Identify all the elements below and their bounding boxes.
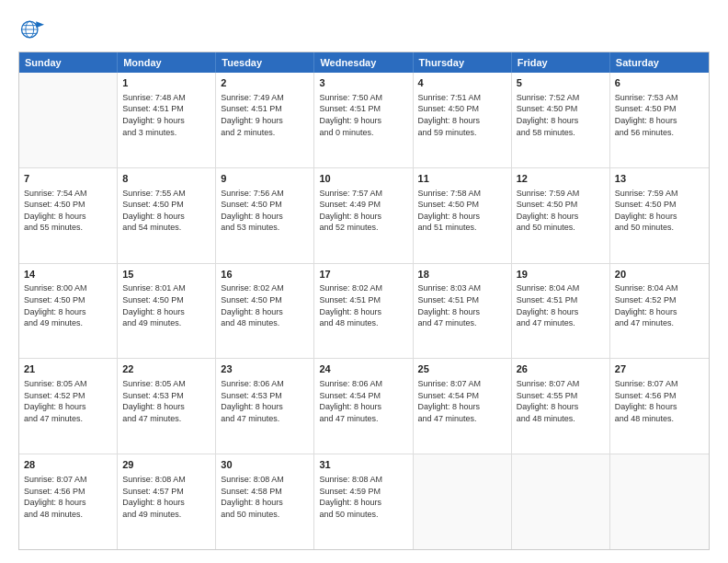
calendar-cell: 21Sunrise: 8:05 AM Sunset: 4:52 PM Dayli… bbox=[19, 359, 118, 454]
calendar-cell: 10Sunrise: 7:57 AM Sunset: 4:49 PM Dayli… bbox=[314, 168, 413, 263]
calendar-cell: 31Sunrise: 8:08 AM Sunset: 4:59 PM Dayli… bbox=[314, 454, 413, 549]
calendar-cell: 9Sunrise: 7:56 AM Sunset: 4:50 PM Daylig… bbox=[216, 168, 314, 263]
header-day-wednesday: Wednesday bbox=[314, 52, 413, 73]
cell-info: Sunrise: 7:55 AM Sunset: 4:50 PM Dayligh… bbox=[122, 188, 210, 234]
day-number: 12 bbox=[517, 172, 605, 186]
calendar-cell: 24Sunrise: 8:06 AM Sunset: 4:54 PM Dayli… bbox=[314, 359, 413, 454]
logo bbox=[18, 17, 48, 42]
week-row-3: 14Sunrise: 8:00 AM Sunset: 4:50 PM Dayli… bbox=[19, 263, 709, 359]
logo-icon bbox=[18, 17, 44, 42]
day-number: 17 bbox=[319, 268, 407, 282]
cell-info: Sunrise: 8:02 AM Sunset: 4:51 PM Dayligh… bbox=[319, 282, 407, 328]
calendar-body: 1Sunrise: 7:48 AM Sunset: 4:51 PM Daylig… bbox=[19, 73, 709, 549]
calendar-cell: 29Sunrise: 8:08 AM Sunset: 4:57 PM Dayli… bbox=[118, 454, 216, 549]
cell-info: Sunrise: 7:53 AM Sunset: 4:50 PM Dayligh… bbox=[615, 92, 704, 138]
cell-info: Sunrise: 8:06 AM Sunset: 4:54 PM Dayligh… bbox=[319, 378, 407, 424]
day-number: 19 bbox=[517, 268, 605, 282]
day-number: 13 bbox=[615, 172, 704, 186]
day-number: 1 bbox=[122, 76, 210, 90]
cell-info: Sunrise: 8:08 AM Sunset: 4:57 PM Dayligh… bbox=[122, 474, 210, 520]
day-number: 26 bbox=[517, 362, 605, 376]
day-number: 30 bbox=[221, 458, 309, 472]
calendar-cell: 27Sunrise: 8:07 AM Sunset: 4:56 PM Dayli… bbox=[610, 359, 709, 454]
day-number: 4 bbox=[418, 76, 506, 90]
calendar-cell: 3Sunrise: 7:50 AM Sunset: 4:51 PM Daylig… bbox=[314, 73, 413, 167]
cell-info: Sunrise: 7:50 AM Sunset: 4:51 PM Dayligh… bbox=[319, 92, 407, 138]
day-number: 16 bbox=[221, 268, 309, 282]
cell-info: Sunrise: 7:56 AM Sunset: 4:50 PM Dayligh… bbox=[221, 188, 309, 234]
calendar-cell: 13Sunrise: 7:59 AM Sunset: 4:50 PM Dayli… bbox=[610, 168, 709, 263]
cell-info: Sunrise: 8:01 AM Sunset: 4:50 PM Dayligh… bbox=[122, 282, 210, 328]
day-number: 10 bbox=[319, 172, 407, 186]
calendar-cell: 18Sunrise: 8:03 AM Sunset: 4:51 PM Dayli… bbox=[414, 264, 512, 359]
cell-info: Sunrise: 7:59 AM Sunset: 4:50 PM Dayligh… bbox=[517, 188, 605, 234]
day-number: 8 bbox=[122, 172, 210, 186]
cell-info: Sunrise: 7:49 AM Sunset: 4:51 PM Dayligh… bbox=[221, 92, 309, 138]
cell-info: Sunrise: 8:08 AM Sunset: 4:59 PM Dayligh… bbox=[319, 474, 407, 520]
calendar-cell: 20Sunrise: 8:04 AM Sunset: 4:52 PM Dayli… bbox=[610, 264, 709, 359]
calendar-cell: 15Sunrise: 8:01 AM Sunset: 4:50 PM Dayli… bbox=[118, 264, 216, 359]
cell-info: Sunrise: 8:07 AM Sunset: 4:55 PM Dayligh… bbox=[517, 378, 605, 424]
calendar-cell: 2Sunrise: 7:49 AM Sunset: 4:51 PM Daylig… bbox=[216, 73, 314, 167]
day-number: 6 bbox=[615, 76, 704, 90]
header-day-sunday: Sunday bbox=[19, 52, 118, 73]
calendar-cell: 17Sunrise: 8:02 AM Sunset: 4:51 PM Dayli… bbox=[314, 264, 413, 359]
calendar-cell: 14Sunrise: 8:00 AM Sunset: 4:50 PM Dayli… bbox=[19, 264, 118, 359]
day-number: 25 bbox=[418, 362, 506, 376]
header-day-saturday: Saturday bbox=[610, 52, 709, 73]
cell-info: Sunrise: 8:07 AM Sunset: 4:56 PM Dayligh… bbox=[24, 474, 112, 520]
calendar-cell: 26Sunrise: 8:07 AM Sunset: 4:55 PM Dayli… bbox=[512, 359, 610, 454]
cell-info: Sunrise: 8:03 AM Sunset: 4:51 PM Dayligh… bbox=[418, 282, 506, 328]
calendar-cell bbox=[610, 454, 709, 549]
day-number: 11 bbox=[418, 172, 506, 186]
day-number: 24 bbox=[319, 362, 407, 376]
day-number: 3 bbox=[319, 76, 407, 90]
day-number: 14 bbox=[24, 268, 112, 282]
cell-info: Sunrise: 8:07 AM Sunset: 4:56 PM Dayligh… bbox=[615, 378, 704, 424]
header bbox=[18, 17, 710, 42]
header-day-thursday: Thursday bbox=[414, 52, 512, 73]
calendar-cell: 22Sunrise: 8:05 AM Sunset: 4:53 PM Dayli… bbox=[118, 359, 216, 454]
day-number: 28 bbox=[24, 458, 112, 472]
cell-info: Sunrise: 8:05 AM Sunset: 4:53 PM Dayligh… bbox=[122, 378, 210, 424]
day-number: 2 bbox=[221, 76, 309, 90]
calendar-header: SundayMondayTuesdayWednesdayThursdayFrid… bbox=[19, 52, 709, 73]
page: SundayMondayTuesdayWednesdayThursdayFrid… bbox=[0, 0, 728, 563]
calendar-cell: 6Sunrise: 7:53 AM Sunset: 4:50 PM Daylig… bbox=[610, 73, 709, 167]
calendar-cell bbox=[19, 73, 118, 167]
cell-info: Sunrise: 8:08 AM Sunset: 4:58 PM Dayligh… bbox=[221, 474, 309, 520]
day-number: 20 bbox=[615, 268, 704, 282]
calendar-cell: 1Sunrise: 7:48 AM Sunset: 4:51 PM Daylig… bbox=[118, 73, 216, 167]
header-day-monday: Monday bbox=[118, 52, 216, 73]
day-number: 31 bbox=[319, 458, 407, 472]
cell-info: Sunrise: 8:04 AM Sunset: 4:52 PM Dayligh… bbox=[615, 282, 704, 328]
calendar-cell: 30Sunrise: 8:08 AM Sunset: 4:58 PM Dayli… bbox=[216, 454, 314, 549]
cell-info: Sunrise: 8:02 AM Sunset: 4:50 PM Dayligh… bbox=[221, 282, 309, 328]
calendar-cell: 16Sunrise: 8:02 AM Sunset: 4:50 PM Dayli… bbox=[216, 264, 314, 359]
calendar-cell bbox=[414, 454, 512, 549]
calendar-cell: 19Sunrise: 8:04 AM Sunset: 4:51 PM Dayli… bbox=[512, 264, 610, 359]
week-row-4: 21Sunrise: 8:05 AM Sunset: 4:52 PM Dayli… bbox=[19, 358, 709, 454]
cell-info: Sunrise: 7:52 AM Sunset: 4:50 PM Dayligh… bbox=[517, 92, 605, 138]
week-row-1: 1Sunrise: 7:48 AM Sunset: 4:51 PM Daylig… bbox=[19, 73, 709, 167]
day-number: 22 bbox=[122, 362, 210, 376]
calendar-cell: 12Sunrise: 7:59 AM Sunset: 4:50 PM Dayli… bbox=[512, 168, 610, 263]
cell-info: Sunrise: 8:04 AM Sunset: 4:51 PM Dayligh… bbox=[517, 282, 605, 328]
day-number: 15 bbox=[122, 268, 210, 282]
cell-info: Sunrise: 7:54 AM Sunset: 4:50 PM Dayligh… bbox=[24, 188, 112, 234]
calendar-cell: 7Sunrise: 7:54 AM Sunset: 4:50 PM Daylig… bbox=[19, 168, 118, 263]
calendar-cell: 25Sunrise: 8:07 AM Sunset: 4:54 PM Dayli… bbox=[414, 359, 512, 454]
cell-info: Sunrise: 7:58 AM Sunset: 4:50 PM Dayligh… bbox=[418, 188, 506, 234]
cell-info: Sunrise: 7:48 AM Sunset: 4:51 PM Dayligh… bbox=[122, 92, 210, 138]
cell-info: Sunrise: 8:00 AM Sunset: 4:50 PM Dayligh… bbox=[24, 282, 112, 328]
calendar-cell: 4Sunrise: 7:51 AM Sunset: 4:50 PM Daylig… bbox=[414, 73, 512, 167]
day-number: 7 bbox=[24, 172, 112, 186]
calendar-cell bbox=[512, 454, 610, 549]
header-day-tuesday: Tuesday bbox=[216, 52, 314, 73]
header-day-friday: Friday bbox=[512, 52, 610, 73]
cell-info: Sunrise: 8:07 AM Sunset: 4:54 PM Dayligh… bbox=[418, 378, 506, 424]
calendar-cell: 8Sunrise: 7:55 AM Sunset: 4:50 PM Daylig… bbox=[118, 168, 216, 263]
day-number: 29 bbox=[122, 458, 210, 472]
cell-info: Sunrise: 7:51 AM Sunset: 4:50 PM Dayligh… bbox=[418, 92, 506, 138]
day-number: 23 bbox=[221, 362, 309, 376]
